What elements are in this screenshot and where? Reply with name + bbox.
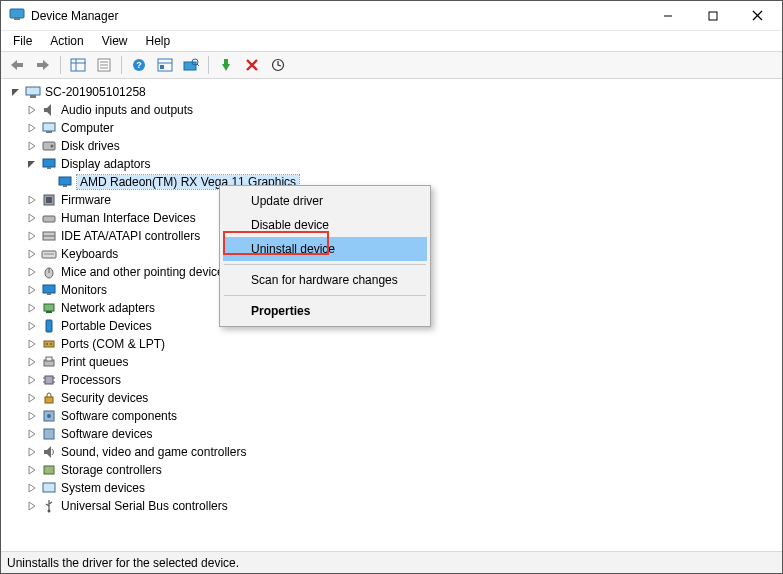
tree-node-swdev[interactable]: Software devices <box>3 425 780 443</box>
properties-button[interactable] <box>92 53 116 77</box>
svg-point-53 <box>50 343 52 345</box>
collapse-arrow-icon[interactable] <box>25 355 39 369</box>
tree-node-processors[interactable]: Processors <box>3 371 780 389</box>
collapse-arrow-icon[interactable] <box>25 139 39 153</box>
keyboard-icon <box>41 246 57 262</box>
printer-icon <box>41 354 57 370</box>
collapse-arrow-icon[interactable] <box>25 463 39 477</box>
software-icon <box>41 426 57 442</box>
collapse-arrow-icon[interactable] <box>25 391 39 405</box>
toolbar-separator <box>208 56 209 74</box>
software-icon <box>41 408 57 424</box>
statusbar: Uninstalls the driver for the selected d… <box>1 551 782 573</box>
display-icon <box>57 174 73 190</box>
uninstall-device-button[interactable] <box>240 53 264 77</box>
tree-node-storage[interactable]: Storage controllers <box>3 461 780 479</box>
minimize-button[interactable] <box>645 1 690 30</box>
show-hide-console-button[interactable] <box>66 53 90 77</box>
tree-node-swcomp[interactable]: Software components <box>3 407 780 425</box>
svg-point-52 <box>46 343 48 345</box>
tree-node-disk[interactable]: Disk drives <box>3 137 780 155</box>
device-tree[interactable]: SC-201905101258 Audio inputs and outputs… <box>1 79 782 551</box>
ctx-disable-device[interactable]: Disable device <box>223 213 427 237</box>
collapse-arrow-icon[interactable] <box>25 337 39 351</box>
tree-node-ports[interactable]: Ports (COM & LPT) <box>3 335 780 353</box>
svg-point-63 <box>47 414 51 418</box>
tree-node-computer[interactable]: Computer <box>3 119 780 137</box>
tree-node-security[interactable]: Security devices <box>3 389 780 407</box>
tree-node-label: Software devices <box>61 427 152 441</box>
back-button[interactable] <box>5 53 29 77</box>
collapse-arrow-icon[interactable] <box>25 265 39 279</box>
tree-node-label: Universal Serial Bus controllers <box>61 499 228 513</box>
svg-rect-38 <box>46 197 52 203</box>
collapse-arrow-icon[interactable] <box>25 445 39 459</box>
portable-icon <box>41 318 57 334</box>
window-title: Device Manager <box>31 9 645 23</box>
tree-root-label: SC-201905101258 <box>45 85 146 99</box>
menu-file[interactable]: File <box>5 32 40 50</box>
svg-rect-48 <box>44 304 54 311</box>
tree-root[interactable]: SC-201905101258 <box>3 83 780 101</box>
menu-view[interactable]: View <box>94 32 136 50</box>
tree-node-display[interactable]: Display adaptors <box>3 155 780 173</box>
svg-rect-65 <box>44 466 54 474</box>
menubar: File Action View Help <box>1 31 782 51</box>
tree-node-audio[interactable]: Audio inputs and outputs <box>3 101 780 119</box>
collapse-arrow-icon[interactable] <box>25 499 39 513</box>
collapse-arrow-icon[interactable] <box>25 409 39 423</box>
tree-node-label: Security devices <box>61 391 148 405</box>
collapse-arrow-icon[interactable] <box>25 427 39 441</box>
ctx-uninstall-device[interactable]: Uninstall device <box>223 237 427 261</box>
tree-node-system[interactable]: System devices <box>3 479 780 497</box>
svg-rect-56 <box>45 376 53 384</box>
tree-node-label: Sound, video and game controllers <box>61 445 246 459</box>
svg-line-22 <box>197 64 199 66</box>
svg-rect-50 <box>46 320 52 332</box>
maximize-button[interactable] <box>690 1 735 30</box>
collapse-arrow-icon[interactable] <box>25 481 39 495</box>
forward-button[interactable] <box>31 53 55 77</box>
svg-point-32 <box>51 145 54 148</box>
window-controls <box>645 1 780 30</box>
menu-help[interactable]: Help <box>138 32 179 50</box>
collapse-arrow-icon[interactable] <box>25 103 39 117</box>
collapse-arrow-icon[interactable] <box>25 229 39 243</box>
menu-action[interactable]: Action <box>42 32 91 50</box>
ctx-scan-hardware[interactable]: Scan for hardware changes <box>223 268 427 292</box>
collapse-arrow-icon[interactable] <box>25 373 39 387</box>
scan-hardware-button[interactable] <box>179 53 203 77</box>
tree-node-printq[interactable]: Print queues <box>3 353 780 371</box>
tree-node-label: Mice and other pointing devices <box>61 265 230 279</box>
collapse-arrow-icon[interactable] <box>25 211 39 225</box>
ctx-update-driver[interactable]: Update driver <box>223 189 427 213</box>
expand-arrow-icon[interactable] <box>25 157 39 171</box>
update-driver-button[interactable] <box>266 53 290 77</box>
svg-rect-64 <box>44 429 54 439</box>
collapse-arrow-icon[interactable] <box>25 283 39 297</box>
network-icon <box>41 300 57 316</box>
help-button[interactable]: ? <box>127 53 151 77</box>
action-button[interactable] <box>153 53 177 77</box>
svg-rect-29 <box>43 123 55 131</box>
enable-device-button[interactable] <box>214 53 238 77</box>
collapse-arrow-icon[interactable] <box>25 301 39 315</box>
collapse-arrow-icon[interactable] <box>25 319 39 333</box>
tree-node-label: Software components <box>61 409 177 423</box>
collapse-arrow-icon[interactable] <box>25 247 39 261</box>
tree-node-label: Audio inputs and outputs <box>61 103 193 117</box>
collapse-arrow-icon[interactable] <box>25 121 39 135</box>
collapse-arrow-icon[interactable] <box>25 193 39 207</box>
close-button[interactable] <box>735 1 780 30</box>
svg-rect-61 <box>45 397 53 403</box>
svg-rect-3 <box>709 12 717 20</box>
expand-arrow-icon[interactable] <box>9 85 23 99</box>
tree-node-label: Ports (COM & LPT) <box>61 337 165 351</box>
svg-rect-1 <box>14 18 20 20</box>
tree-node-usb[interactable]: Universal Serial Bus controllers <box>3 497 780 515</box>
tree-node-label: Computer <box>61 121 114 135</box>
ctx-properties[interactable]: Properties <box>223 299 427 323</box>
svg-rect-66 <box>43 483 55 492</box>
tree-node-sound[interactable]: Sound, video and game controllers <box>3 443 780 461</box>
monitor-icon <box>41 282 57 298</box>
